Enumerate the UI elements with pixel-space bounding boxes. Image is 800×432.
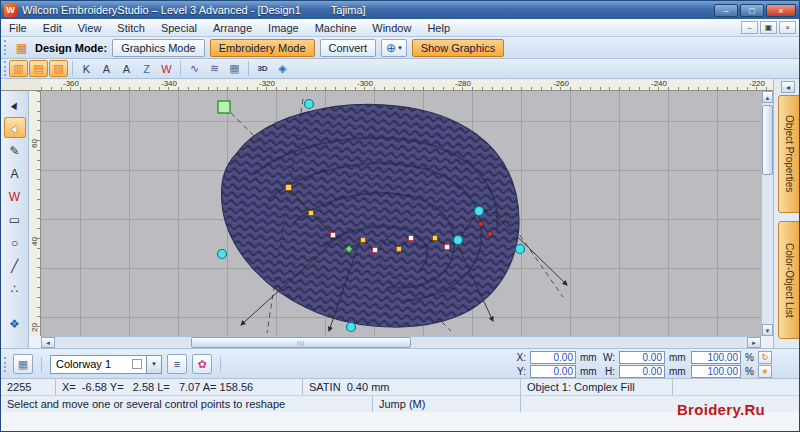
panel-pin-icon[interactable]: ◄ xyxy=(781,81,795,93)
point-tool[interactable]: ∴ xyxy=(4,278,26,299)
mdi-minimize-button[interactable]: – xyxy=(741,21,758,34)
window-title: Wilcom EmbroideryStudio – Level 3 Advanc… xyxy=(22,4,301,16)
ruler-tick: -300 xyxy=(357,79,373,88)
maximize-button[interactable]: □ xyxy=(740,4,764,17)
menu-help[interactable]: Help xyxy=(419,19,458,36)
toolbar-separator xyxy=(220,357,221,372)
menu-window[interactable]: Window xyxy=(364,19,419,36)
menu-special[interactable]: Special xyxy=(153,19,205,36)
w-label: W: xyxy=(602,352,615,363)
toolbar-drag-handle[interactable] xyxy=(4,61,8,76)
horizontal-scroll-thumb[interactable]: ||| xyxy=(191,337,411,348)
scale-x-percent: % xyxy=(745,352,754,363)
horizontal-scrollbar[interactable]: ◄ ||| ► xyxy=(41,336,761,348)
apply-scale-x-icon[interactable]: ↻ xyxy=(758,351,772,364)
h-label: H: xyxy=(602,366,615,377)
y-label: Y: xyxy=(513,366,526,377)
run-stitch-icon[interactable]: ∿ xyxy=(185,60,204,77)
fill-stitch-icon[interactable]: ▦ xyxy=(225,60,244,77)
ruler-corner xyxy=(1,79,41,91)
scroll-left-icon[interactable]: ◄ xyxy=(41,337,55,348)
stitch-object[interactable] xyxy=(41,91,761,336)
show-stitches-icon[interactable]: ▤ xyxy=(29,60,48,77)
scale-y-percent: % xyxy=(745,366,754,377)
monogram-tool[interactable]: W xyxy=(4,186,26,207)
mdi-restore-button[interactable]: ▣ xyxy=(760,21,777,34)
watermark: Broidery.Ru xyxy=(677,401,765,418)
h-unit: mm xyxy=(669,366,687,377)
status-spacer xyxy=(673,379,800,395)
graphics-mode-button[interactable]: Graphics Mode xyxy=(112,39,205,57)
scale-y-field[interactable] xyxy=(691,365,741,378)
line-tool[interactable]: ╱ xyxy=(4,255,26,276)
toolbar-drag-handle[interactable] xyxy=(4,357,8,372)
satin-stitch-icon[interactable]: ≋ xyxy=(205,60,224,77)
zoom-box-icon[interactable]: ▥ xyxy=(9,60,28,77)
menu-edit[interactable]: Edit xyxy=(35,19,70,36)
show-outlines-icon[interactable]: ▨ xyxy=(49,60,68,77)
kerning-icon[interactable]: K xyxy=(77,60,96,77)
x-field[interactable] xyxy=(530,351,576,364)
toolbar-separator xyxy=(41,357,42,372)
measure-icon[interactable]: ◈ xyxy=(273,60,292,77)
scroll-up-icon[interactable]: ▲ xyxy=(762,91,773,103)
embroidery-mode-button[interactable]: Embroidery Mode xyxy=(210,39,315,57)
icon-toolbar: ▥ ▤ ▨ K A A Z W ∿ ≋ ▦ 3D ◈ xyxy=(1,59,799,79)
close-button[interactable]: × xyxy=(766,4,796,17)
hoop-globe-button[interactable]: ⊕ ▾ xyxy=(381,39,407,57)
lettering-icon[interactable]: A xyxy=(97,60,116,77)
mdi-close-button[interactable]: × xyxy=(779,21,796,34)
reshape-tool[interactable]: ► xyxy=(4,117,26,138)
tab-color-object-list[interactable]: Color-Object List xyxy=(778,221,800,339)
lettering-tool[interactable]: A xyxy=(4,163,26,184)
mirror-tool[interactable]: ❖ xyxy=(4,313,26,334)
select-tool[interactable]: ► xyxy=(4,94,26,115)
scale-x-field[interactable] xyxy=(691,351,741,364)
show-graphics-button[interactable]: Show Graphics xyxy=(412,39,505,57)
design-canvas[interactable] xyxy=(41,91,761,336)
vertical-scroll-thumb[interactable] xyxy=(762,105,773,175)
menu-view[interactable]: View xyxy=(70,19,110,36)
scroll-right-icon[interactable]: ► xyxy=(747,337,761,348)
globe-icon: ⊕ xyxy=(386,41,396,55)
height-field[interactable] xyxy=(619,365,665,378)
menu-stitch[interactable]: Stitch xyxy=(109,19,153,36)
convert-button[interactable]: Convert xyxy=(320,39,377,57)
thread-colors-icon[interactable]: ✿ xyxy=(192,354,212,374)
minimize-button[interactable]: – xyxy=(714,4,738,17)
colorway-editor-icon[interactable]: ▦ xyxy=(13,354,33,374)
toolbar-drag-handle[interactable] xyxy=(4,40,8,55)
horizontal-ruler: -360 -340 -320 -300 -280 -260 -240 -220 xyxy=(41,79,773,91)
y-field[interactable] xyxy=(530,365,576,378)
menu-file[interactable]: File xyxy=(1,19,35,36)
design-mode-label: Design Mode: xyxy=(35,42,107,54)
width-field[interactable] xyxy=(619,351,665,364)
scroll-down-icon[interactable]: ▼ xyxy=(762,324,773,336)
ellipse-tool[interactable]: ○ xyxy=(4,232,26,253)
envelope-icon[interactable]: Z xyxy=(137,60,156,77)
x-label: X: xyxy=(513,352,526,363)
entry-point-handle[interactable] xyxy=(218,101,230,113)
vertical-scrollbar[interactable]: ▲ ▼ xyxy=(761,91,773,336)
apply-scale-y-icon[interactable]: ∗ xyxy=(758,365,772,378)
digitize-tool[interactable]: ✎ xyxy=(4,140,26,161)
chevron-down-icon[interactable]: ▾ xyxy=(146,356,161,373)
monogram-icon[interactable]: A xyxy=(117,60,136,77)
view-3d-icon[interactable]: 3D xyxy=(253,60,272,77)
colorway-settings-icon[interactable]: ≡ xyxy=(167,354,187,374)
menu-machine[interactable]: Machine xyxy=(307,19,365,36)
wilcom-lettering-icon[interactable]: W xyxy=(157,60,176,77)
ruler-tick: -260 xyxy=(553,79,569,88)
pointer-position: X= -6.58 Y= 2.58 L= 7.07 A= 158.56 xyxy=(56,379,303,395)
ruler-tick: -220 xyxy=(749,79,765,88)
colorway-select[interactable]: Colorway 1 ▾ xyxy=(50,355,162,374)
embroidery-fill-object[interactable] xyxy=(222,104,519,327)
menu-bar: File Edit View Stitch Special Arrange Im… xyxy=(1,19,799,37)
rectangle-tool[interactable]: ▭ xyxy=(4,209,26,230)
stitch-type-status: SATIN 0.40 mm xyxy=(303,379,521,395)
menu-image[interactable]: Image xyxy=(260,19,307,36)
tab-object-properties[interactable]: Object Properties xyxy=(778,95,800,213)
toolbox: ► ► ✎ A W ▭ ○ ╱ ∴ ❖ xyxy=(1,91,29,348)
y-unit: mm xyxy=(580,366,598,377)
menu-arrange[interactable]: Arrange xyxy=(205,19,260,36)
